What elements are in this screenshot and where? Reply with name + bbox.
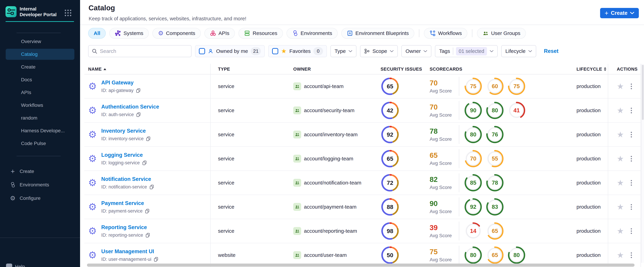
scorecard-ring: 83 [486,198,504,216]
entity-name-link[interactable]: Reporting Service [101,224,150,230]
kebab-menu-icon[interactable] [631,180,632,186]
score-divider [459,222,459,240]
team-icon [293,227,301,235]
sidebar-item-apis[interactable]: APIs [0,86,80,99]
kebab-menu-icon[interactable] [631,204,632,210]
footer-environments-label: Environments [20,182,49,188]
sidebar-footer-configure[interactable]: ⚙ Configure [0,192,80,205]
security-issues-donut: 88 [380,198,400,216]
favorite-star-icon[interactable]: ★ [617,155,624,162]
components-gear-icon: ⚙ [158,30,164,36]
copy-icon[interactable] [136,88,141,93]
workflows-icon [430,30,436,36]
sidebar-item-code-pulse[interactable]: Code Pulse [0,137,80,150]
tab-user-groups[interactable]: User Groups [477,28,526,38]
copy-icon[interactable] [145,232,150,238]
kebab-menu-icon[interactable] [631,132,632,138]
entity-type: service [210,147,286,170]
tab-group-divider [419,29,419,37]
entity-name-link[interactable]: Payment Service [101,200,150,206]
sidebar-item-random[interactable]: random [0,112,80,124]
score-divider [459,101,459,120]
main-content: Catalog Keep track of applications, serv… [80,0,644,267]
scorecard-ring: 80 [464,125,483,144]
entity-name-link[interactable]: Inventory Service [101,128,151,134]
team-icon [293,155,301,162]
table-row: ⚙ Payment Service ID: payment-service se… [84,195,640,219]
create-button[interactable]: + Create [600,8,639,18]
owned-by-me-filter[interactable]: Owned by me 21 [195,45,265,57]
column-header-lifecycle[interactable]: LIFECYCLE [574,64,608,74]
entity-name-link[interactable]: Notification Service [101,176,154,182]
sidebar-item-help[interactable]: Help [6,264,25,267]
tab-workflows[interactable]: Workflows [424,28,467,38]
copy-icon[interactable] [136,112,141,117]
entity-owner: account/notification-team [286,171,376,195]
apps-grid-icon[interactable] [65,10,71,16]
scope-hierarchy-icon [364,48,370,54]
tags-dropdown[interactable]: Tags 01 selected [435,45,498,57]
copy-icon[interactable] [142,160,147,165]
copy-icon[interactable] [145,208,150,214]
tab-all[interactable]: All [88,28,106,38]
sidebar-item-harness-developer[interactable]: Harness Develope... [0,124,80,137]
kebab-menu-icon[interactable] [631,156,632,162]
sidebar-item-workflows[interactable]: Workflows [0,99,80,112]
horizontal-scrollbar[interactable] [87,264,634,267]
favorite-star-icon[interactable]: ★ [617,179,624,187]
sidebar-footer-create[interactable]: + Create [0,165,80,178]
entity-id: ID: auth-service [101,112,134,117]
owned-by-me-checkbox[interactable] [199,48,205,54]
tab-apis[interactable]: APIs [204,28,235,38]
brand-title: Internal Developer Portal [20,6,59,18]
scorecard-ring: 60 [486,77,504,96]
favorite-star-icon[interactable]: ★ [617,130,624,138]
tab-environment-blueprints[interactable]: A Environment Blueprints [341,28,414,38]
kebab-menu-icon[interactable] [631,108,632,113]
scope-dropdown[interactable]: Scope [360,45,398,57]
type-dropdown[interactable]: Type [330,45,356,57]
scorecard-ring: 41 [507,101,526,120]
tab-systems[interactable]: Systems [109,28,149,38]
security-issues-donut: 50 [380,246,400,264]
column-header-type: TYPE [210,64,286,74]
kebab-menu-icon[interactable] [631,84,632,89]
favorites-checkbox[interactable] [272,48,278,54]
sidebar-item-docs[interactable]: Docs [0,74,80,86]
copy-icon[interactable] [146,136,151,141]
column-header-owner: OWNER [286,64,376,74]
score-divider [459,173,459,192]
copy-icon[interactable] [149,184,154,190]
security-issues-donut: 92 [380,125,400,144]
idp-logo-icon [6,6,16,17]
entity-name-link[interactable]: Authentication Service [101,104,159,110]
favorite-star-icon[interactable]: ★ [617,106,624,114]
sidebar-item-overview[interactable]: Overview [0,35,80,48]
copy-icon[interactable] [154,257,158,262]
owner-dropdown[interactable]: Owner [402,45,431,57]
search-input[interactable] [100,48,188,54]
favorites-count-badge: 0 [314,47,323,55]
favorite-star-icon[interactable]: ★ [617,203,624,211]
sidebar-item-create[interactable]: Create [0,61,80,74]
filter-bar: Owned by me 21 ★ Favorites 0 Type [88,45,558,57]
vertical-scrollbar[interactable] [641,64,644,263]
sidebar-item-catalog[interactable]: Catalog [6,49,74,60]
favorites-filter[interactable]: ★ Favorites 0 [268,45,327,57]
kebab-menu-icon[interactable] [631,252,632,258]
sidebar-footer-environments[interactable]: Environments [0,178,80,192]
security-issues-donut: 72 [380,173,400,192]
tab-components[interactable]: ⚙ Components [152,28,200,38]
entity-name-link[interactable]: API Gateway [101,80,141,86]
tab-environments[interactable]: Environments [286,28,338,38]
tab-resources[interactable]: Resources [238,28,283,38]
kebab-menu-icon[interactable] [631,228,632,234]
column-header-name[interactable]: NAME [84,64,210,74]
entity-name-link[interactable]: Logging Service [101,152,147,158]
favorite-star-icon[interactable]: ★ [617,251,624,259]
reset-filters-link[interactable]: Reset [544,48,558,54]
entity-name-link[interactable]: User Management UI [101,248,158,254]
favorite-star-icon[interactable]: ★ [617,82,624,90]
favorite-star-icon[interactable]: ★ [617,227,624,235]
lifecycle-dropdown[interactable]: Lifecycle [501,45,536,57]
